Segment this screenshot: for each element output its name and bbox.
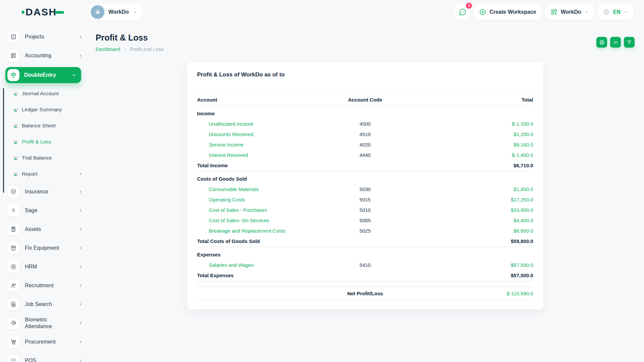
bullet-icon xyxy=(14,156,18,160)
sidebar-subitem-report[interactable]: Report xyxy=(0,168,89,180)
messages-button[interactable]: 0 xyxy=(455,4,470,20)
sidebar-scrollbar[interactable] xyxy=(3,88,4,193)
chevron-right-icon xyxy=(78,35,83,39)
printer-button[interactable] xyxy=(596,37,607,48)
sidebar-subitem-ledger-summary[interactable]: Ledger Summary xyxy=(0,104,89,115)
total-value: $59,800.0 xyxy=(421,238,533,244)
projects-icon xyxy=(7,31,19,43)
account-link[interactable]: Operating Costs xyxy=(209,197,245,202)
sidebar-item-biometric-attendance[interactable]: Biometric Attendance xyxy=(0,316,89,330)
sidebar-item-recruitment[interactable]: Recruitment xyxy=(0,278,89,293)
bullet-icon xyxy=(14,172,18,176)
account-link[interactable]: Service Income xyxy=(209,142,244,147)
account-link[interactable]: Breakage and Replacement Costs xyxy=(209,228,285,234)
language-selector[interactable]: EN xyxy=(597,4,633,20)
code-icon xyxy=(613,40,619,45)
sidebar-item-procurement[interactable]: Procurement xyxy=(0,335,89,349)
biometric-icon xyxy=(7,317,19,329)
sidebar-item-accounting[interactable]: Accounting xyxy=(0,48,89,63)
total-label: Total Income xyxy=(197,163,309,168)
code-button[interactable] xyxy=(610,37,621,48)
chevron-right-icon xyxy=(78,340,83,344)
chevron-down-icon xyxy=(624,10,628,14)
sage-icon: S xyxy=(7,204,19,217)
account-link[interactable]: Unallocated Income xyxy=(209,121,254,127)
breadcrumb: Dashboard Profit and Loss xyxy=(96,46,163,52)
sidebar-item-sage[interactable]: S Sage xyxy=(0,203,89,218)
breadcrumb-dashboard-link[interactable]: Dashboard xyxy=(96,46,120,52)
chevron-right-icon xyxy=(78,283,83,288)
section-row-costs-of-goods-sold: Costs of Goods Sold xyxy=(197,171,533,184)
bullet-icon xyxy=(14,108,18,112)
create-workspace-button[interactable]: Create Workspace xyxy=(474,4,541,20)
sidebar-item-job-search[interactable]: Job Search xyxy=(0,297,89,312)
filter-button[interactable] xyxy=(624,37,635,48)
account-row-cost-of-sales-purchases: Cost of Sales - Purchases 5010 $33,000.0 xyxy=(197,205,533,215)
sidebar-subitem-label: Ledger Summary xyxy=(22,107,62,113)
account-total: $1,200.0 xyxy=(421,131,533,137)
logo-dash-icon xyxy=(55,11,64,14)
total-row-total-expenses: Total Expenses $57,500.0 xyxy=(197,270,533,281)
section-label: Income xyxy=(197,111,309,116)
account-link[interactable]: Consumable Materials xyxy=(209,186,259,192)
chevron-right-icon xyxy=(78,358,83,362)
account-link[interactable]: Discounts Received xyxy=(209,131,254,137)
sidebar-item-pos[interactable]: POS xyxy=(0,353,89,362)
net-profit-loss-row: Net Profit/Loss $-110,590.0 xyxy=(197,286,533,301)
account-total: $-1,450.0 xyxy=(421,152,533,158)
sidebar-item-insurance[interactable]: Insurance xyxy=(0,184,89,199)
column-header-account: Account xyxy=(197,97,309,103)
account-row-discounts-received: Discounts Received 4510 $1,200.0 xyxy=(197,129,533,139)
sidebar-item-label: Procurement xyxy=(25,339,65,345)
bullet-icon xyxy=(14,124,18,128)
sidebar-subitem-trial-balance[interactable]: Trial Balance xyxy=(0,152,89,164)
sidebar-subitem-label: Trial Balance xyxy=(22,155,52,161)
report-card-title: Profit & Loss of WorkDo as of to xyxy=(197,71,533,78)
column-header-total: Total xyxy=(421,97,533,103)
account-row-salaries-and-wages: Salaries and Wages 5410 $57,500.0 xyxy=(197,260,533,270)
total-value: $6,710.0 xyxy=(421,163,533,168)
account-link[interactable]: Cost of Sales - Purchases xyxy=(209,207,267,213)
sidebar-item-fix-equipment[interactable]: Fix Equipment xyxy=(0,241,89,255)
logo-text: DASH xyxy=(25,7,57,17)
page-actions xyxy=(596,37,635,48)
dash-logo[interactable]: DASH xyxy=(21,7,64,17)
svg-text:S: S xyxy=(12,208,15,213)
section-label: Costs of Goods Sold xyxy=(197,176,309,182)
account-total: $8,160.0 xyxy=(421,142,533,147)
account-code: 5025 xyxy=(309,228,421,234)
report-table-body: Income Unallocated Income 4500 $-1,200.0… xyxy=(197,106,533,281)
app-switcher-button[interactable]: WorkDo xyxy=(545,4,594,20)
account-row-breakage-and-replacement-costs: Breakage and Replacement Costs 5025 $6,6… xyxy=(197,226,533,236)
sidebar-item-assets[interactable]: Assets xyxy=(0,222,89,237)
total-value: $57,500.0 xyxy=(421,273,533,278)
account-code: 5005 xyxy=(309,218,421,223)
workspace-selector[interactable]: WorkDo xyxy=(89,4,143,20)
account-code: 4510 xyxy=(309,131,421,137)
sidebar-subitem-journal-account[interactable]: Journal Account xyxy=(0,88,89,99)
sidebar-item-doubleentry[interactable]: DoubleEntry xyxy=(5,67,81,83)
recruitment-icon xyxy=(7,280,19,292)
account-link[interactable]: Cost of Sales- On Services xyxy=(209,218,269,223)
account-total: $6,600.0 xyxy=(421,228,533,234)
account-code: 5015 xyxy=(309,197,421,202)
language-label: EN xyxy=(613,9,621,15)
sidebar-item-hrm[interactable]: HRM xyxy=(0,259,89,274)
pos-icon xyxy=(7,355,19,362)
account-total: $1,450.0 xyxy=(421,186,533,192)
sidebar-subitem-balance-sheet[interactable]: Balance Sheet xyxy=(0,120,89,131)
chevron-right-icon xyxy=(78,53,83,58)
sidebar-menu: Projects Accounting DoubleEntry Journal … xyxy=(0,29,89,362)
table-header-row: Account Account Code Total xyxy=(197,94,533,106)
sidebar-subitem-profit-loss[interactable]: Profit & Loss xyxy=(0,136,89,147)
account-link[interactable]: Interest Received xyxy=(209,152,248,158)
workspace-avatar xyxy=(91,5,104,19)
sidebar-item-projects[interactable]: Projects xyxy=(0,29,89,44)
sidebar-item-label: Sage xyxy=(25,207,65,214)
account-total: $4,400.0 xyxy=(421,218,533,223)
hrm-icon xyxy=(7,261,19,273)
total-row-total-income: Total Income $6,710.0 xyxy=(197,160,533,171)
sidebar-item-label: Fix Equipment xyxy=(25,245,65,251)
account-row-operating-costs: Operating Costs 5015 $17,250.0 xyxy=(197,194,533,205)
account-link[interactable]: Salaries and Wages xyxy=(209,262,254,268)
